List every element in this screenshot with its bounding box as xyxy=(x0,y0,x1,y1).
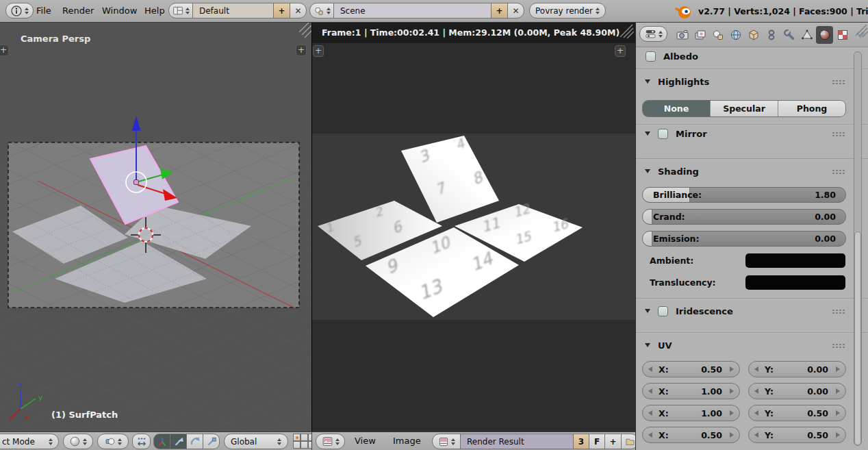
panel-drag-grip[interactable] xyxy=(832,343,845,349)
brilliance-value: 1.80 xyxy=(815,190,836,200)
uv-x-field[interactable]: X:1.00 xyxy=(642,405,740,421)
highlights-none-button[interactable]: None xyxy=(643,101,711,116)
tab-texture[interactable] xyxy=(834,26,851,44)
ambient-color-swatch[interactable] xyxy=(745,253,845,268)
image-editor-header: View Image Render Result 3 F + xyxy=(311,432,635,450)
region-expand-button[interactable]: + xyxy=(296,45,307,56)
image-editor-view[interactable]: 3 4 7 8 1 2 5 6 9 10 13 14 11 12 15 16 +… xyxy=(311,43,635,432)
highlights-phong-button[interactable]: Phong xyxy=(778,101,845,116)
collapse-mirror[interactable] xyxy=(645,132,650,136)
shading-sphere-icon xyxy=(69,436,81,447)
region-expand-button[interactable]: + xyxy=(313,45,324,57)
translate-manipulator-button[interactable] xyxy=(170,434,187,449)
uv-y-field[interactable]: Y:0.50 xyxy=(748,427,846,443)
folder-icon xyxy=(625,436,635,447)
area-resize-grip[interactable] xyxy=(852,23,868,37)
iridescence-checkbox[interactable] xyxy=(658,306,668,316)
mode-select[interactable]: ct Mode xyxy=(0,434,59,449)
collapse-highlights[interactable] xyxy=(645,79,650,84)
area-resize-grip[interactable] xyxy=(616,23,634,38)
panel-drag-grip[interactable] xyxy=(832,79,845,85)
scene-name[interactable]: Scene xyxy=(333,3,492,18)
mirror-checkbox[interactable] xyxy=(658,129,668,139)
viewport-shading-select[interactable] xyxy=(63,434,93,449)
uv-y-field[interactable]: Y:0.00 xyxy=(748,383,846,399)
scale-manipulator-button[interactable] xyxy=(203,434,220,449)
screen-layout-name[interactable]: Default xyxy=(192,3,274,18)
manipulate-centers-toggle[interactable] xyxy=(132,434,151,449)
iridescence-panel-title[interactable]: Iridescence xyxy=(676,306,733,316)
manipulator-toggle[interactable] xyxy=(153,434,170,449)
close-scene-button[interactable]: ✕ xyxy=(507,3,524,18)
add-scene-button[interactable]: + xyxy=(491,3,508,18)
tab-scene[interactable] xyxy=(709,26,726,44)
fake-user-button[interactable]: F xyxy=(589,434,605,449)
collapse-iridescence[interactable] xyxy=(645,309,650,313)
crand-slider[interactable]: Crand: 0.00 xyxy=(642,209,846,225)
uv-x-field[interactable]: X:0.50 xyxy=(642,427,740,443)
tab-material[interactable] xyxy=(816,26,833,44)
brilliance-slider[interactable]: Brilliance: 1.80 xyxy=(642,187,846,203)
image-name-field[interactable]: Render Result xyxy=(460,434,574,449)
editor-type-selector[interactable] xyxy=(639,26,667,42)
collapse-uv[interactable] xyxy=(645,343,650,347)
panel-drag-grip[interactable] xyxy=(832,132,845,137)
collapse-shading[interactable] xyxy=(645,169,650,173)
render-engine-select[interactable]: Povray render xyxy=(529,3,606,18)
uv-x-field[interactable]: X:0.50 xyxy=(642,361,740,377)
menu-view[interactable]: View xyxy=(355,432,376,450)
highlights-panel-title[interactable]: Highlights xyxy=(658,77,709,87)
uv-panel-title[interactable]: UV xyxy=(658,340,672,351)
menu-help[interactable]: Help xyxy=(144,0,165,22)
tab-object[interactable] xyxy=(745,26,762,44)
transform-orientation-select[interactable]: Global xyxy=(224,434,288,449)
properties-scrollbar[interactable] xyxy=(854,51,862,446)
region-expand-button[interactable]: + xyxy=(0,45,9,56)
scrollbar-thumb[interactable] xyxy=(854,232,861,445)
image-datablock-selector[interactable] xyxy=(432,434,461,449)
editor-type-selector[interactable] xyxy=(5,3,34,18)
tab-constraints[interactable] xyxy=(763,26,780,44)
uv-x-field[interactable]: X:1.00 xyxy=(642,383,740,399)
screen-layout-selector[interactable] xyxy=(168,3,193,18)
tab-render-layers[interactable] xyxy=(691,26,709,44)
viewport-canvas[interactable]: z y x Camera Persp (1) SurfPatch xyxy=(0,23,311,432)
region-expand-button[interactable]: + xyxy=(615,45,626,57)
pivot-point-select[interactable] xyxy=(97,434,129,449)
menu-image[interactable]: Image xyxy=(393,432,421,450)
tab-object-data[interactable] xyxy=(798,26,815,44)
panel-drag-grip[interactable] xyxy=(832,169,845,175)
image-editor-icon xyxy=(322,436,333,447)
close-layout-button[interactable]: ✕ xyxy=(290,3,307,18)
scene-selector[interactable] xyxy=(309,3,334,18)
rotate-manipulator-button[interactable] xyxy=(186,434,203,449)
translucency-color-swatch[interactable] xyxy=(745,275,845,290)
mirror-panel-title[interactable]: Mirror xyxy=(676,129,707,139)
uv-y-field[interactable]: Y:0.00 xyxy=(748,361,846,377)
crand-value: 0.00 xyxy=(815,212,836,222)
properties-editor: Albedo Highlights None Specular Phong Mi… xyxy=(635,23,868,450)
tab-modifiers[interactable] xyxy=(780,26,797,44)
menu-file[interactable]: File xyxy=(36,0,51,22)
tab-render[interactable] xyxy=(674,26,691,44)
shading-panel-title[interactable]: Shading xyxy=(658,166,699,177)
emission-slider[interactable]: Emission: 0.00 xyxy=(642,231,846,247)
tab-world[interactable] xyxy=(727,26,744,44)
highlights-specular-button[interactable]: Specular xyxy=(711,101,778,116)
axis-z-label: z xyxy=(18,381,22,390)
uv-y-field[interactable]: Y:0.50 xyxy=(748,405,846,421)
rotate-arc-icon xyxy=(189,436,201,448)
layout-icon xyxy=(173,5,183,16)
translucency-label: Translucency: xyxy=(650,277,716,288)
viewport-3d[interactable]: z y x Camera Persp (1) SurfPatch + + xyxy=(0,23,311,432)
info-icon xyxy=(10,5,23,17)
panel-drag-grip[interactable] xyxy=(832,309,845,314)
render-image: 3 4 7 8 1 2 5 6 9 10 13 14 11 12 15 16 xyxy=(312,43,635,432)
users-count-button[interactable]: 3 xyxy=(573,434,589,449)
menu-window[interactable]: Window xyxy=(102,0,137,22)
editor-type-selector[interactable] xyxy=(316,434,345,449)
new-image-button[interactable]: + xyxy=(604,434,622,449)
menu-render[interactable]: Render xyxy=(62,0,94,22)
add-layout-button[interactable]: + xyxy=(273,3,290,18)
albedo-checkbox[interactable] xyxy=(646,51,656,62)
